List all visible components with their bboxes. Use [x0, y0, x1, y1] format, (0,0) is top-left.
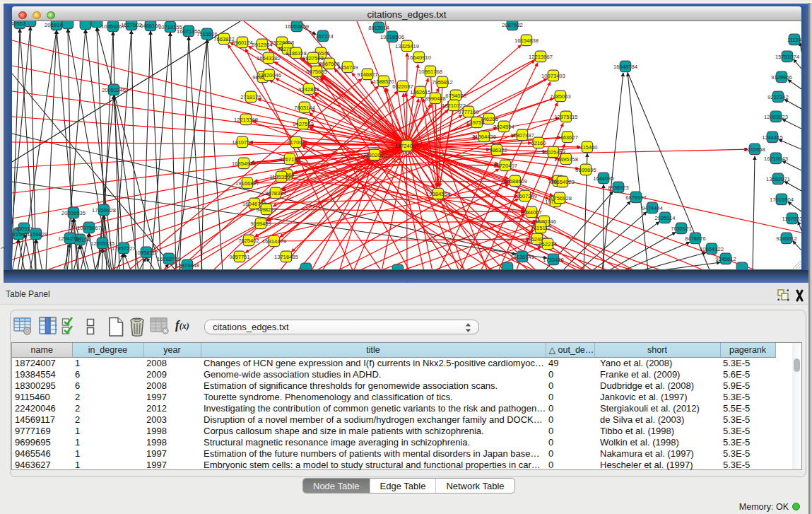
svg-text:23302013: 23302013: [363, 152, 387, 158]
svg-text:6794028: 6794028: [445, 93, 466, 99]
svg-text:2718176: 2718176: [240, 94, 261, 100]
svg-text:16210722: 16210722: [442, 103, 466, 109]
svg-text:19218506: 19218506: [380, 34, 404, 40]
svg-text:13325419: 13325419: [395, 43, 419, 49]
svg-text:12923448: 12923448: [175, 262, 199, 269]
svg-text:19384554: 19384554: [426, 191, 450, 197]
svg-text:1815112: 1815112: [531, 225, 551, 231]
svg-text:1167533: 1167533: [782, 216, 802, 222]
svg-text:16914479: 16914479: [262, 238, 286, 245]
svg-text:3624554: 3624554: [493, 124, 514, 130]
svg-text:16782759: 16782759: [157, 256, 181, 262]
svg-text:7357224: 7357224: [312, 33, 334, 40]
svg-text:16154838: 16154838: [514, 37, 539, 44]
svg-text:2867608: 2867608: [319, 61, 340, 67]
svg-text:20053346: 20053346: [102, 87, 126, 93]
svg-text:8938923: 8938923: [608, 185, 629, 191]
svg-text:15720407: 15720407: [493, 163, 517, 169]
svg-text:1733426: 1733426: [543, 257, 564, 263]
svg-text:9084067: 9084067: [521, 209, 542, 216]
svg-text:3267130: 3267130: [279, 156, 300, 163]
svg-text:16648784: 16648784: [613, 64, 637, 70]
svg-text:7625402: 7625402: [238, 238, 259, 244]
svg-text:8990448: 8990448: [425, 95, 446, 102]
svg-text:9857751: 9857751: [229, 254, 250, 260]
svg-text:8878334: 8878334: [265, 190, 286, 197]
svg-text:16640910: 16640910: [407, 54, 431, 61]
svg-text:417006: 417006: [287, 139, 305, 146]
svg-text:21364436: 21364436: [472, 134, 496, 140]
svg-text:13716485: 13716485: [274, 254, 298, 260]
svg-text:7485063: 7485063: [550, 93, 571, 100]
svg-text:2935114: 2935114: [655, 215, 676, 221]
svg-text:9129966: 9129966: [771, 74, 792, 81]
svg-text:8215958: 8215958: [744, 146, 765, 153]
svg-text:8454749: 8454749: [337, 64, 358, 71]
svg-text:16210643: 16210643: [764, 156, 788, 162]
svg-text:9245012: 9245012: [776, 235, 797, 242]
svg-text:1810754: 1810754: [232, 139, 253, 146]
svg-text:15751074: 15751074: [775, 54, 799, 60]
svg-text:9777169: 9777169: [458, 109, 479, 115]
svg-text:12505135: 12505135: [90, 240, 114, 247]
svg-text:20206535: 20206535: [61, 210, 86, 216]
svg-text:18495758: 18495758: [554, 156, 578, 163]
svg-text:10756928: 10756928: [548, 195, 572, 201]
svg-text:10807487: 10807487: [510, 132, 534, 139]
svg-text:16654923: 16654923: [551, 179, 575, 185]
svg-text:2887682: 2887682: [502, 22, 523, 28]
svg-text:17359928: 17359928: [92, 207, 116, 214]
svg-text:7986322: 7986322: [486, 147, 507, 153]
svg-text:1527602: 1527602: [121, 22, 142, 28]
svg-text:23420046: 23420046: [257, 72, 281, 78]
svg-text:9498222: 9498222: [256, 206, 277, 213]
svg-text:12213967: 12213967: [529, 54, 553, 60]
svg-text:252214: 252214: [539, 241, 556, 247]
svg-text:7803144: 7803144: [294, 105, 315, 111]
svg-text:10973493: 10973493: [541, 73, 565, 79]
svg-text:18607249: 18607249: [513, 193, 537, 199]
svg-text:1362615: 1362615: [410, 89, 431, 95]
svg-text:746266: 746266: [480, 116, 498, 122]
svg-text:9699695: 9699695: [575, 167, 596, 173]
svg-text:12093823: 12093823: [764, 114, 788, 120]
svg-text:17957223: 17957223: [112, 245, 136, 252]
svg-text:10688609: 10688609: [503, 178, 527, 185]
svg-text:16053809: 16053809: [285, 23, 309, 30]
svg-text:11124: 11124: [787, 37, 801, 43]
svg-text:1588520: 1588520: [373, 78, 394, 85]
svg-text:11353594: 11353594: [269, 174, 293, 180]
svg-text:14136141: 14136141: [510, 254, 534, 260]
svg-text:19166827: 19166827: [235, 180, 259, 187]
svg-text:9427552: 9427552: [293, 121, 314, 127]
svg-text:6879197: 6879197: [625, 194, 647, 201]
svg-text:9463627: 9463627: [557, 134, 578, 141]
svg-text:1644095: 1644095: [593, 175, 614, 182]
svg-text:10961768: 10961768: [418, 69, 442, 75]
svg-text:9115460: 9115460: [577, 144, 598, 151]
svg-text:10958117: 10958117: [134, 250, 158, 256]
svg-text:12942757: 12942757: [58, 235, 82, 242]
svg-text:9146821: 9146821: [357, 71, 378, 78]
svg-text:12213369: 12213369: [234, 117, 258, 123]
svg-text:7632621: 7632621: [671, 226, 692, 232]
svg-text:10975867: 10975867: [77, 225, 101, 231]
svg-text:8478676: 8478676: [685, 235, 706, 242]
svg-text:7955812: 7955812: [432, 79, 453, 86]
svg-text:12975115: 12975115: [554, 114, 577, 120]
svg-text:18724007: 18724007: [395, 143, 419, 149]
svg-text:8813014: 8813014: [368, 25, 389, 31]
svg-text:17016504: 17016504: [770, 197, 794, 203]
svg-text:16354934: 16354934: [232, 160, 256, 167]
svg-text:9827503: 9827503: [302, 55, 324, 62]
svg-text:9099489: 9099489: [250, 221, 271, 227]
svg-text:8960124: 8960124: [232, 40, 253, 46]
svg-text:5875685: 5875685: [306, 69, 327, 75]
svg-text:9227342: 9227342: [767, 94, 789, 100]
svg-text:9245612: 9245612: [715, 256, 736, 262]
svg-text:13692971: 13692971: [766, 176, 790, 182]
svg-text:10654122: 10654122: [700, 246, 724, 252]
svg-text:9474444: 9474444: [642, 205, 663, 211]
svg-text:1244415: 1244415: [762, 134, 783, 141]
svg-text:62160: 62160: [531, 140, 546, 146]
